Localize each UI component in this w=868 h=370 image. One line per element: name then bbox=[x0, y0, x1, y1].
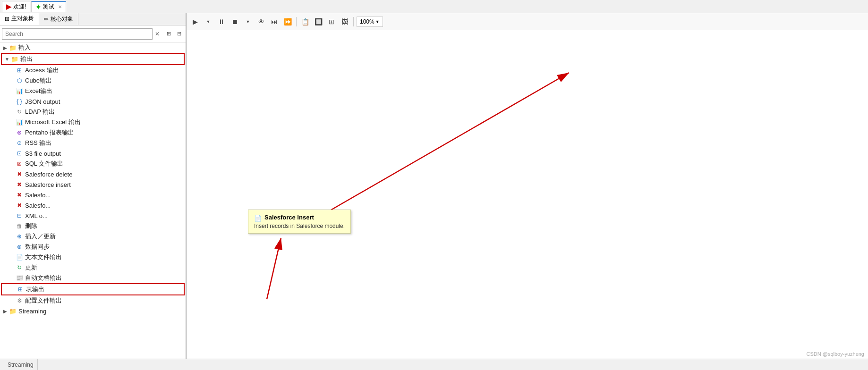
tree-item-sql-output[interactable]: ⊠ SQL 文件输出 bbox=[0, 159, 186, 169]
tree-item-excel-output[interactable]: 📊 Excel输出 bbox=[0, 86, 186, 96]
left-panel: ⊞ 主对象树 ✏ 核心对象 ✕ ⊞ ⊟ ▶ 📁 输入 bbox=[0, 13, 187, 359]
search-input[interactable] bbox=[2, 28, 153, 40]
tree-item-sf-delete[interactable]: ✖ Salesforce delete bbox=[0, 169, 186, 179]
tooltip-description: Insert records in Salesforce module. bbox=[254, 223, 345, 229]
tab-test-label: 测试 bbox=[43, 3, 54, 11]
folder-icon-output: 📁 bbox=[10, 56, 19, 63]
canvas-area: 📄 Salesforce insert Insert records in Sa… bbox=[187, 30, 868, 359]
tree-item-input[interactable]: ▶ 📁 输入 bbox=[0, 42, 186, 53]
tree-item-s3-output[interactable]: ⊡ S3 file output bbox=[0, 148, 186, 159]
folder-icon-streaming: 📁 bbox=[9, 308, 17, 315]
tree-item-output-wrapper: ▼ 📁 输出 bbox=[1, 53, 185, 65]
pause-button[interactable]: ⏸ bbox=[216, 16, 227, 27]
tree-item-insert-update[interactable]: ⊕ 插入／更新 bbox=[0, 231, 186, 242]
doc-icon-data-sync: ⊜ bbox=[15, 244, 24, 250]
tab-welcome-label: 欢迎! bbox=[13, 3, 26, 11]
skip-forward-button[interactable]: ⏭ bbox=[269, 16, 280, 27]
tree-label-sf-update: Salesfo... bbox=[25, 192, 51, 199]
collapse-all-icon[interactable]: ⊟ bbox=[174, 29, 184, 39]
tree-item-cube-output[interactable]: ⬡ Cube输出 bbox=[0, 76, 186, 86]
expand-arrow-output: ▼ bbox=[4, 57, 10, 62]
tooltip-title-row: 📄 Salesforce insert bbox=[254, 214, 345, 223]
sub-tab-core-objects[interactable]: ✏ 核心对象 bbox=[39, 13, 78, 25]
sub-tab-main-objects[interactable]: ⊞ 主对象树 bbox=[0, 13, 39, 25]
grid-button[interactable]: ⊞ bbox=[326, 16, 337, 27]
tooltip-icon: 📄 bbox=[254, 215, 262, 222]
doc-icon-sf-upsert: ✖ bbox=[15, 202, 24, 209]
preview-button[interactable]: 👁 bbox=[255, 16, 267, 27]
tree-label-input: 输入 bbox=[18, 43, 31, 52]
tree-item-streaming[interactable]: ▶ 📁 Streaming bbox=[0, 306, 186, 316]
tree-label-ms-excel-output: Microsoft Excel 输出 bbox=[25, 118, 81, 126]
run-button[interactable]: ▶ bbox=[189, 16, 201, 27]
tab-welcome[interactable]: ▶ 欢迎! bbox=[2, 1, 30, 12]
tree-item-ms-excel-output[interactable]: 📊 Microsoft Excel 输出 bbox=[0, 117, 186, 127]
tree-item-sf-update[interactable]: ✖ Salesfo... bbox=[0, 190, 186, 200]
tree-label-delete: 删除 bbox=[25, 222, 37, 230]
tree-item-data-sync[interactable]: ⊜ 数据同步 bbox=[0, 242, 186, 252]
tree-item-config-output[interactable]: ⚙ 配置文件输出 bbox=[0, 295, 186, 306]
copy-button[interactable]: 📋 bbox=[299, 16, 311, 27]
stop-dropdown[interactable]: ▼ bbox=[242, 16, 254, 27]
doc-icon-insert-update: ⊕ bbox=[15, 233, 24, 240]
zoom-level: 100% bbox=[360, 18, 374, 25]
tree-item-sf-upsert[interactable]: ✖ Salesfo... bbox=[0, 200, 186, 210]
right-panel: ▶ ▼ ⏸ ⏹ ▼ 👁 ⏭ ⏩ 📋 🔲 ⊞ 🖼 100% ▼ 📄 bbox=[187, 13, 868, 359]
tree-item-rss-output[interactable]: ⊙ RSS 输出 bbox=[0, 138, 186, 148]
tree-label-auto-doc: 自动文档输出 bbox=[25, 274, 62, 282]
doc-icon-ms-excel: 📊 bbox=[15, 119, 24, 126]
fit-button[interactable]: 🖼 bbox=[339, 16, 350, 27]
zoom-dropdown-icon: ▼ bbox=[375, 19, 380, 24]
tree-area: ▶ 📁 输入 ▼ 📁 输出 ⊞ Access 输出 ⬡ bbox=[0, 42, 186, 359]
zoom-selector[interactable]: 100% ▼ bbox=[357, 17, 383, 27]
tree-label-table-output: 表输出 bbox=[26, 285, 44, 294]
doc-icon-sf-update: ✖ bbox=[15, 192, 24, 198]
search-clear-button[interactable]: ✕ bbox=[153, 29, 162, 39]
tree-label-config-output: 配置文件输出 bbox=[25, 296, 62, 305]
main-objects-icon: ⊞ bbox=[5, 16, 9, 22]
doc-icon-text-output: 📄 bbox=[15, 254, 24, 261]
expand-all-icon[interactable]: ⊞ bbox=[164, 29, 173, 39]
doc-icon-rss: ⊙ bbox=[15, 140, 24, 146]
run-dropdown[interactable]: ▼ bbox=[203, 16, 214, 27]
tree-item-text-output[interactable]: 📄 文本文件输出 bbox=[0, 252, 186, 262]
expand-arrow-streaming: ▶ bbox=[2, 309, 9, 314]
tree-item-output[interactable]: ▼ 📁 输出 bbox=[2, 54, 184, 64]
tree-item-ldap-output[interactable]: ↻ LDAP 输出 bbox=[0, 107, 186, 117]
tree-item-auto-doc[interactable]: 📰 自动文档输出 bbox=[0, 273, 186, 283]
stop-button[interactable]: ⏹ bbox=[229, 16, 240, 27]
tree-item-json-output[interactable]: { } JSON output bbox=[0, 96, 186, 107]
tab-test[interactable]: ✦ 测试 ✕ bbox=[31, 1, 66, 12]
doc-icon-sf-delete: ✖ bbox=[15, 171, 24, 177]
tree-item-xml-output[interactable]: ⊟ XML o... bbox=[0, 210, 186, 221]
doc-icon-config-output: ⚙ bbox=[15, 297, 24, 304]
svg-line-2 bbox=[267, 238, 281, 299]
tree-label-json-output: JSON output bbox=[25, 98, 60, 105]
tree-item-pentaho-report[interactable]: ⊛ Pentaho 报表输出 bbox=[0, 127, 186, 138]
toolbar: ▶ ▼ ⏸ ⏹ ▼ 👁 ⏭ ⏩ 📋 🔲 ⊞ 🖼 100% ▼ bbox=[187, 13, 868, 30]
tree-label-cube-output: Cube输出 bbox=[25, 76, 52, 85]
doc-icon-sf-insert: ✖ bbox=[15, 181, 24, 188]
doc-icon-delete: 🗑 bbox=[15, 223, 24, 229]
tree-label-xml-output: XML o... bbox=[25, 212, 48, 219]
tree-label-update: 更新 bbox=[25, 263, 37, 272]
align-button[interactable]: 🔲 bbox=[313, 16, 324, 27]
tab-close-icon[interactable]: ✕ bbox=[58, 4, 62, 9]
doc-icon-pentaho: ⊛ bbox=[15, 129, 24, 136]
tree-item-table-output[interactable]: ⊞ 表输出 bbox=[2, 284, 184, 294]
tree-label-pentaho-report: Pentaho 报表输出 bbox=[25, 128, 74, 137]
tree-item-update[interactable]: ↻ 更新 bbox=[0, 262, 186, 273]
top-tab-bar: ▶ 欢迎! ✦ 测试 ✕ bbox=[0, 0, 868, 13]
tree-item-delete[interactable]: 🗑 删除 bbox=[0, 221, 186, 231]
doc-icon-excel: 📊 bbox=[15, 88, 24, 94]
tree-label-access-output: Access 输出 bbox=[25, 66, 59, 75]
doc-icon-auto-doc: 📰 bbox=[15, 275, 24, 281]
tree-item-access-output[interactable]: ⊞ Access 输出 bbox=[0, 65, 186, 76]
status-streaming: Streaming bbox=[4, 359, 38, 370]
tree-label-ldap-output: LDAP 输出 bbox=[25, 108, 55, 116]
fast-forward-button[interactable]: ⏩ bbox=[282, 16, 293, 27]
tree-item-sf-insert[interactable]: ✖ Salesforce insert bbox=[0, 179, 186, 190]
doc-icon-xml: ⊟ bbox=[15, 212, 24, 219]
doc-icon-update: ↻ bbox=[15, 264, 24, 271]
tree-label-streaming: Streaming bbox=[18, 308, 46, 315]
